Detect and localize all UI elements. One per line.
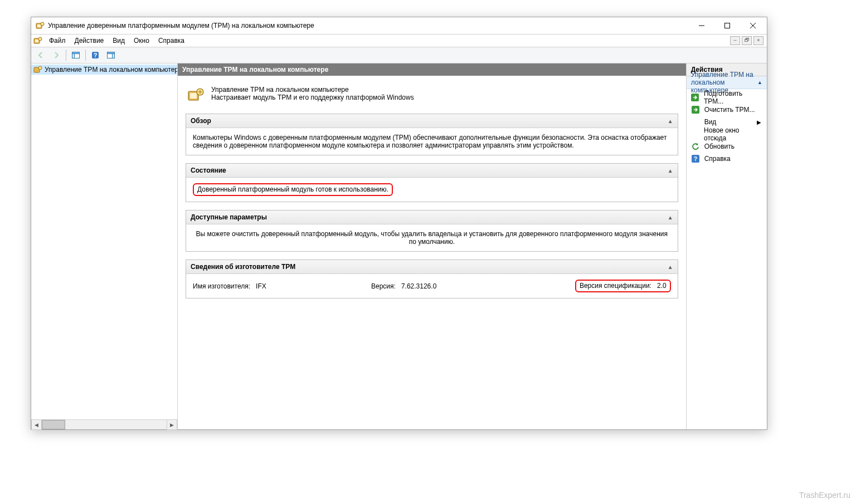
svg-rect-5 <box>35 40 38 42</box>
section-overview-header[interactable]: Обзор ▲ <box>186 114 678 128</box>
blank-icon <box>691 130 699 139</box>
action-label: Справка <box>704 155 731 163</box>
window-title: Управление доверенным платформенным моду… <box>48 22 314 30</box>
section-manufacturer-header[interactable]: Сведения об изготовителе TPM ▲ <box>186 260 678 274</box>
scroll-left-button[interactable]: ◀ <box>31 419 42 430</box>
back-button[interactable] <box>33 48 48 62</box>
toolbar-separator <box>85 50 86 61</box>
actions-pane: Действия Управление TPM на локальном ком… <box>687 63 767 429</box>
svg-rect-3 <box>725 23 730 28</box>
section-params-header[interactable]: Доступные параметры ▲ <box>186 211 678 224</box>
tpm-node-icon <box>33 65 42 74</box>
result-pane-body: Управление TPM на локальном компьютере Н… <box>178 76 686 429</box>
params-text: Вы можете очистить доверенный платформен… <box>196 230 668 246</box>
section-manufacturer-title: Сведения об изготовителе TPM <box>191 263 295 271</box>
mdi-restore-button[interactable]: 🗗 <box>742 36 752 45</box>
show-hide-tree-button[interactable] <box>69 48 83 62</box>
svg-point-6 <box>38 37 42 41</box>
window-close-button[interactable] <box>740 17 766 34</box>
forward-button[interactable] <box>49 48 64 62</box>
action-prepare-tpm[interactable]: Подготовить TPM... <box>687 91 767 104</box>
spec-version-value: 2.0 <box>657 282 667 290</box>
window-maximize-button[interactable] <box>714 17 740 34</box>
mdi-minimize-button[interactable]: – <box>730 36 740 45</box>
window-minimize-button[interactable] <box>689 17 714 34</box>
horizontal-scrollbar[interactable]: ◀ ▶ <box>31 419 177 429</box>
section-status-title: Состояние <box>191 167 226 174</box>
tpm-app-icon <box>33 36 42 45</box>
action-clear-tpm[interactable]: Очистить TPM... <box>687 104 767 116</box>
menu-file[interactable]: Файл <box>45 33 70 48</box>
scrollbar-thumb[interactable] <box>42 420 65 429</box>
action-new-window[interactable]: Новое окно отсюда <box>687 128 767 140</box>
svg-rect-9 <box>72 54 75 58</box>
svg-point-2 <box>41 22 44 26</box>
action-refresh[interactable]: Обновить <box>687 140 767 153</box>
scope-pane: Управление TPM на локальном компьютере ◀… <box>31 63 178 429</box>
show-hide-actions-button[interactable] <box>104 48 118 62</box>
toolbar: ? <box>31 47 767 63</box>
svg-rect-18 <box>190 93 197 99</box>
action-help[interactable]: ? Справка <box>687 153 767 165</box>
manufacturer-name-label: Имя изготовителя: <box>193 282 250 290</box>
action-label: Подготовить TPM... <box>704 90 761 105</box>
tpm-app-icon <box>36 21 45 30</box>
tree-node-tpm-root[interactable]: Управление TPM на локальном компьютере <box>31 65 177 75</box>
intro-title: Управление TPM на локальном компьютере <box>211 86 414 94</box>
manufacturer-name-value: IFX <box>256 282 266 290</box>
manufacturer-version-value: 7.62.3126.0 <box>401 282 436 290</box>
collapse-icon: ▲ <box>668 168 673 174</box>
intro-description: Настраивает модуль TPM и его поддержку п… <box>211 94 414 101</box>
scroll-right-button[interactable]: ▶ <box>167 419 177 430</box>
watermark-text: TrashExpert.ru <box>799 491 850 500</box>
refresh-icon <box>691 142 700 151</box>
toolbar-separator <box>66 50 66 61</box>
scope-tree: Управление TPM на локальном компьютере <box>31 63 177 419</box>
title-bar: Управление доверенным платформенным моду… <box>31 17 767 35</box>
tpm-large-icon <box>187 86 205 104</box>
actions-context-header[interactable]: Управление TPM на локальном компьютере ▲ <box>687 76 767 89</box>
overview-text: Компьютеры Windows с доверенным платформ… <box>193 134 667 149</box>
section-status-header[interactable]: Состояние ▲ <box>186 164 678 178</box>
menu-view[interactable]: Вид <box>108 33 129 48</box>
chevron-up-icon: ▲ <box>757 80 762 85</box>
section-status: Состояние ▲ Доверенный платформенный мод… <box>186 163 678 202</box>
svg-text:?: ? <box>94 52 98 58</box>
collapse-icon: ▲ <box>668 214 673 221</box>
actions-list: Подготовить TPM... Очистить TPM... Вид ▶ <box>687 89 767 167</box>
tree-node-label: Управление TPM на локальном компьютере <box>45 66 177 74</box>
action-label: Вид <box>704 118 717 126</box>
result-pane: Управление TPM на локальном компьютере У… <box>178 63 687 429</box>
help-button[interactable]: ? <box>88 48 103 62</box>
svg-rect-1 <box>37 25 41 27</box>
result-pane-header: Управление TPM на локальном компьютере <box>178 63 686 76</box>
blank-icon <box>691 118 700 126</box>
mmc-window: Управление доверенным платформенным моду… <box>31 17 767 430</box>
menu-help[interactable]: Справка <box>154 33 189 48</box>
mdi-close-button[interactable]: × <box>753 36 763 45</box>
menu-bar: Файл Действие Вид Окно Справка – 🗗 × <box>31 35 767 47</box>
scrollbar-track[interactable] <box>42 420 167 429</box>
action-label: Обновить <box>704 143 735 150</box>
section-overview-title: Обзор <box>191 117 211 125</box>
svg-text:?: ? <box>694 156 697 162</box>
section-params-title: Доступные параметры <box>191 213 267 221</box>
chevron-right-icon: ▶ <box>757 119 761 125</box>
svg-rect-14 <box>113 54 115 58</box>
section-overview: Обзор ▲ Компьютеры Windows с доверенным … <box>186 114 678 155</box>
menu-action[interactable]: Действие <box>70 33 109 48</box>
menu-window[interactable]: Окно <box>129 33 154 48</box>
action-label: Очистить TPM... <box>704 106 755 114</box>
action-label: Новое окно отсюда <box>704 126 761 142</box>
section-manufacturer: Сведения об изготовителе TPM ▲ Имя изгот… <box>186 260 678 299</box>
spec-version-label: Версия спецификации: <box>580 282 651 290</box>
arrow-right-green-icon <box>691 93 699 102</box>
manufacturer-version: Версия: 7.62.3126.0 <box>371 282 538 290</box>
manufacturer-name: Имя изготовителя: IFX <box>193 282 371 290</box>
status-text: Доверенный платформенный модуль готов к … <box>193 183 393 196</box>
manufacturer-version-label: Версия: <box>371 282 396 290</box>
svg-point-16 <box>38 66 42 70</box>
spec-version: Версия спецификации: 2.0 <box>575 280 671 292</box>
intro-block: Управление TPM на локальном компьютере Н… <box>186 82 678 114</box>
help-icon: ? <box>691 154 700 163</box>
